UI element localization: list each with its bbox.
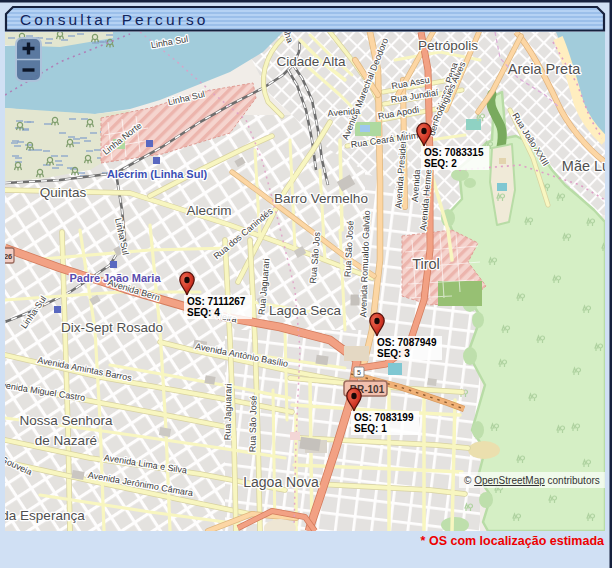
svg-text:Dix-Sept Rosado: Dix-Sept Rosado bbox=[61, 320, 163, 335]
svg-text:5: 5 bbox=[357, 369, 361, 376]
svg-text:SEQ: 1: SEQ: 1 bbox=[354, 423, 387, 434]
svg-text:Rua São José: Rua São José bbox=[248, 396, 259, 453]
svg-text:SEQ: 2: SEQ: 2 bbox=[424, 158, 457, 169]
svg-text:Alecrim: Alecrim bbox=[186, 203, 231, 218]
svg-text:Cidade Alta: Cidade Alta bbox=[276, 54, 346, 69]
svg-text:Quintas: Quintas bbox=[40, 185, 87, 200]
svg-text:Consultar Percurso: Consultar Percurso bbox=[20, 11, 208, 28]
svg-text:de Nazaré: de Nazaré bbox=[35, 433, 97, 448]
svg-text:SEQ: 4: SEQ: 4 bbox=[187, 307, 220, 318]
svg-text:* OS com localização estimada: * OS com localização estimada bbox=[421, 534, 605, 548]
svg-text:Rua Jaguarari: Rua Jaguarari bbox=[223, 384, 234, 441]
svg-text:Alecrim (Linha Sul): Alecrim (Linha Sul) bbox=[107, 168, 208, 180]
svg-text:Mãe Lu: Mãe Lu bbox=[562, 158, 610, 174]
svg-text:da Esperança: da Esperança bbox=[1, 508, 85, 523]
svg-text:Areia Preta: Areia Preta bbox=[508, 61, 581, 77]
svg-text:Barro Vermelho: Barro Vermelho bbox=[274, 191, 368, 206]
svg-text:SEQ: 3: SEQ: 3 bbox=[377, 348, 410, 359]
svg-text:OS: 7083199: OS: 7083199 bbox=[354, 412, 414, 423]
svg-text:OS: 7083315: OS: 7083315 bbox=[424, 147, 484, 158]
svg-text:Lagoa Seca: Lagoa Seca bbox=[269, 303, 342, 318]
svg-text:Tirol: Tirol bbox=[412, 256, 440, 272]
svg-text:© OpenStreetMap contributors: © OpenStreetMap contributors bbox=[464, 475, 600, 486]
svg-text:Lagoa Nova: Lagoa Nova bbox=[243, 474, 319, 490]
svg-text:OS: 7087949: OS: 7087949 bbox=[377, 337, 437, 348]
svg-text:Nossa Senhora: Nossa Senhora bbox=[19, 413, 113, 428]
svg-text:Petrópolis: Petrópolis bbox=[418, 38, 478, 53]
svg-text:OS: 7111267: OS: 7111267 bbox=[187, 296, 246, 307]
